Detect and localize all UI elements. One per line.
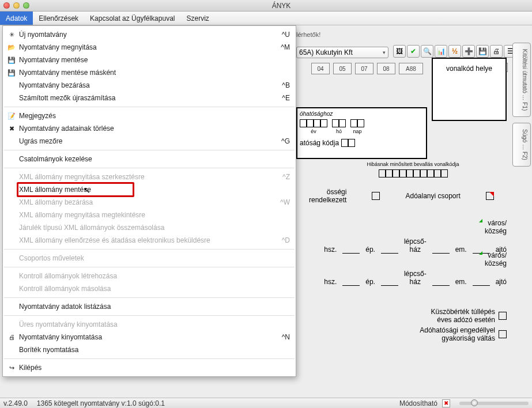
blank-icon xyxy=(6,198,17,207)
menu-item[interactable]: 📂Nyomtatvány megnyitása^M xyxy=(3,41,296,54)
menu-item[interactable]: Számított mezők újraszámítása^E xyxy=(3,92,296,104)
blank-icon xyxy=(6,137,17,146)
toolbar-message: lérhetők! xyxy=(296,31,520,38)
menu-item-label: Csoportos műveletek xyxy=(19,254,285,262)
menu-item-label: Kilépés xyxy=(19,364,285,372)
menu-item[interactable]: 💾Nyomtatvány mentése másként xyxy=(3,66,296,79)
toolbar-icon-print[interactable]: 🖨 xyxy=(490,45,503,58)
city-label-2: város/ község xyxy=(485,251,507,267)
toolbar-icon-3[interactable]: 🔍 xyxy=(421,45,433,58)
sidebar-tabs: Kitöltési útmutató … F1) Súgó … F2) xyxy=(512,43,531,167)
window-title: ÁNYK xyxy=(34,2,529,10)
window-titlebar: ÁNYK xyxy=(0,0,532,12)
toolbar-icons: 🖼 ✔ 🔍 📊 ½ ➕ 💾 🖨 ☰ xyxy=(393,45,516,58)
group-right-checkbox[interactable] xyxy=(486,192,494,200)
menu-item[interactable]: ✳Új nyomtatvány^U xyxy=(3,28,296,41)
minimize-window-button[interactable] xyxy=(13,2,20,9)
threshold-chk1[interactable] xyxy=(499,312,507,320)
menu-item-label: Csatolmányok kezelése xyxy=(19,155,285,163)
cursor-icon: ↖ xyxy=(84,186,90,195)
menu-item-label: Nyomtatvány megnyitása xyxy=(19,43,276,51)
menu-item-label: Nyomtatvány bezárása xyxy=(19,81,277,89)
menu-item: Kontroll állományok létrehozása xyxy=(3,270,296,282)
menu-item[interactable]: ✖Nyomtatvány adatainak törlése xyxy=(3,122,296,135)
toolbar-icon-5[interactable]: ½ xyxy=(448,45,461,58)
kodja-label: atóság kódja xyxy=(300,139,339,147)
toolbar-icon-save[interactable]: 💾 xyxy=(476,45,489,58)
menu-kapcsolat[interactable]: Kapcsolat az Ügyfélkapuval xyxy=(84,12,180,25)
addr-col-em-2: em. xyxy=(455,278,467,286)
menu-item: XML állomány megnyitása megtekintésre xyxy=(3,209,296,221)
close-window-button[interactable] xyxy=(3,2,10,9)
barcode-label: vonalkód helye xyxy=(446,65,492,73)
note-icon: 📝 xyxy=(6,111,17,120)
menu-item-label: XML állomány megnyitása megtekintésre xyxy=(19,211,285,219)
statusbar: v.2.49.0 1365 kötegelt nyomtatvány v:1.0… xyxy=(0,398,532,408)
threshold-chk2[interactable] xyxy=(499,330,507,338)
print-icon: 🖨 xyxy=(6,333,17,342)
menu-item[interactable]: Csatolmányok kezelése xyxy=(3,153,296,165)
menu-item-label: Nyomtatvány mentése másként xyxy=(19,69,285,77)
menu-item[interactable]: Boríték nyomtatása xyxy=(3,343,296,356)
menu-item-label: XML állomány ellenőrzése és átadása elek… xyxy=(19,236,277,244)
authority-header: óhatósághoz xyxy=(300,111,424,117)
new-icon: ✳ xyxy=(6,30,17,39)
addr-col-hsz-2: hsz. xyxy=(324,278,337,286)
group-left-checkbox[interactable] xyxy=(372,192,380,200)
menu-item[interactable]: Nyomtatvány adatok listázása xyxy=(3,300,296,313)
blank-icon xyxy=(6,345,17,354)
status-doc: 1365 kötegelt nyomtatvány v:1.0 súgó:0.1 xyxy=(37,399,165,407)
zoom-slider[interactable] xyxy=(459,402,529,405)
menu-item-label: Ugrás mezőre xyxy=(19,137,277,145)
menu-item[interactable]: 🖨Nyomtatvány kinyomtatása^N xyxy=(3,331,296,343)
menu-item: Üres nyomtatvány kinyomtatása xyxy=(3,318,296,331)
menu-item[interactable]: Ugrás mezőre^G xyxy=(3,135,296,148)
menu-item: XML állomány bezárása^W xyxy=(3,196,296,209)
help-tab-f1[interactable]: Kitöltési útmutató … F1) xyxy=(512,43,531,117)
error-code-panel: Hibásnak minősített bevallás vonalkódja xyxy=(319,161,507,177)
barcode-panel: vonalkód helye xyxy=(432,58,507,121)
adatok-dropdown: ✳Új nyomtatvány^U📂Nyomtatvány megnyitása… xyxy=(2,25,296,377)
menu-item[interactable]: Nyomtatvány bezárása^B xyxy=(3,79,296,92)
group-left: össégi rendelkezett xyxy=(309,188,346,204)
menu-ellenorzesek[interactable]: Ellenőrzések xyxy=(33,12,84,25)
addr-col-lh-2: lépcső- ház xyxy=(404,270,427,286)
toolbar-icon-6[interactable]: ➕ xyxy=(462,45,475,58)
blank-icon xyxy=(6,223,17,232)
save-icon: 💾 xyxy=(6,55,17,65)
menu-item-label: Megjegyzés xyxy=(19,112,285,120)
menu-item-label: XML állomány mentése xyxy=(19,186,285,194)
menu-item: Csoportos műveletek xyxy=(3,252,296,265)
menu-item-shortcut: ^G xyxy=(281,137,290,145)
menu-item-label: XML állomány megnyitása szerkesztésre xyxy=(19,173,278,181)
toolbar-icon-4[interactable]: 📊 xyxy=(435,45,447,58)
menu-item-label: Nyomtatvány adatainak törlése xyxy=(19,124,285,133)
blank-icon xyxy=(6,185,17,194)
threshold-block: Küszöbérték túllépés éves adózó esetén A… xyxy=(342,305,507,342)
group-line: össégi rendelkezett Adóalanyi csoport xyxy=(296,188,507,204)
triangle-green-icon xyxy=(479,219,482,222)
toolbar-icon-2[interactable]: ✔ xyxy=(407,45,420,58)
city-label-1: város/ község xyxy=(485,219,507,235)
menu-item-label: Új nyomtatvány xyxy=(19,31,277,39)
menu-szerviz[interactable]: Szerviz xyxy=(180,12,214,25)
blank-icon xyxy=(6,271,17,281)
help-tab-f2[interactable]: Súgó … F2) xyxy=(512,123,531,167)
zoom-slider-knob[interactable] xyxy=(471,399,478,406)
entity-select[interactable]: 65A) Kukutyin Kft ▾ xyxy=(296,47,388,58)
menu-item[interactable]: 📝Megjegyzés xyxy=(3,109,296,122)
status-error-icon[interactable]: ✖ xyxy=(442,399,450,407)
menu-item-shortcut: ^Z xyxy=(282,173,290,181)
menu-item[interactable]: 💾Nyomtatvány mentése xyxy=(3,54,296,66)
menu-item-label: Járulék típusú XML állományok összemásol… xyxy=(19,224,285,232)
menu-item[interactable]: ↪Kilépés xyxy=(3,361,296,374)
toolbar-icon-1[interactable]: 🖼 xyxy=(393,45,406,58)
blank-icon xyxy=(6,284,17,293)
chevron-updown-icon: ▾ xyxy=(383,50,386,55)
blank-icon xyxy=(6,93,17,103)
menu-adatok[interactable]: Adatok xyxy=(0,12,33,25)
delete-icon: ✖ xyxy=(6,124,17,133)
entity-select-value: 65A) Kukutyin Kft xyxy=(299,48,353,56)
menu-item[interactable]: XML állomány mentése↖ xyxy=(3,183,296,196)
zoom-window-button[interactable] xyxy=(23,2,29,9)
